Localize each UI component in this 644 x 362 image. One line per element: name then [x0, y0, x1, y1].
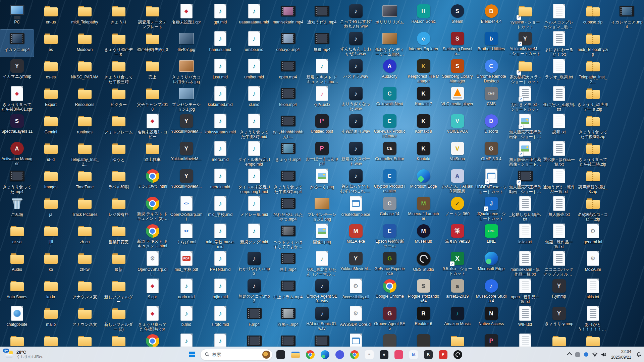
search-box[interactable]: 検索	[200, 349, 272, 360]
desktop-icon[interactable]: バスドラ.wav	[339, 57, 373, 84]
desktop-icon[interactable]: ↗家の防犯カメラ - ショートカット	[508, 57, 542, 84]
desktop-icon[interactable]: 営業日変更	[102, 222, 136, 249]
desktop-icon[interactable]: 名称未設定1 - コピー.zip	[576, 194, 610, 222]
desktop-icon[interactable]: ヘッドフォンはずしててよかった.mp4	[271, 222, 305, 249]
desktop-icon[interactable]: Auto Saves	[0, 277, 34, 304]
desktop-icon[interactable]: SSpectraLayers 11	[0, 112, 34, 139]
desktop-icon[interactable]: eInternet Explorer	[407, 29, 440, 57]
desktop-icon[interactable]	[542, 332, 576, 347]
desktop-icon[interactable]	[373, 332, 407, 347]
desktop-icon[interactable]: OBS Studio	[407, 249, 440, 277]
desktop-icon[interactable]	[271, 332, 305, 347]
desktop-icon[interactable]	[237, 332, 271, 347]
desktop-icon[interactable]	[474, 332, 508, 347]
desktop-icon[interactable]: bBrother Utilities	[474, 29, 508, 57]
desktop-icon[interactable]: 001_東北きりたん（ノーマル）_今じゃ...	[305, 249, 339, 277]
desktop-icon[interactable]: 答え知っててもむずいわこれ.wav	[339, 167, 373, 194]
desktop-icon[interactable]: GGeForce Experience	[373, 249, 407, 277]
desktop-icon[interactable]: Untitled.ppsf	[305, 112, 339, 139]
wifi-button[interactable]	[591, 348, 599, 361]
desktop-icon[interactable]: uaaaaaaaaa.mid	[237, 2, 271, 29]
volume-button[interactable]	[600, 348, 608, 361]
desktop-icon[interactable]: よりうざくなった.wav	[339, 84, 373, 112]
desktop-icon[interactable]: きょうり.ymmp	[542, 304, 576, 332]
desktop-icon[interactable]: Microsoft Edge	[407, 167, 440, 194]
desktop-icon[interactable]: ↗無人販売不正行為動画 - ショートカット	[508, 167, 542, 194]
desktop-icon[interactable]: OpenCvSharp.dll...	[136, 249, 169, 277]
file-explorer[interactable]	[289, 348, 302, 361]
start-button[interactable]	[185, 348, 199, 361]
desktop-icon[interactable]: BBlender 4.4	[474, 2, 508, 29]
desktop-icon[interactable]: 新しいフォルダー	[102, 277, 136, 304]
desktop-icon[interactable]: きょうり食ってた午後3時-01.cpr	[0, 84, 34, 112]
desktop-icon[interactable]: 無題のスコア.mp3	[237, 277, 271, 304]
desktop-icon[interactable]: 名称未設定1.cpr	[169, 2, 203, 29]
desktop-icon[interactable]: midi_Telepathy	[68, 2, 102, 29]
desktop-icon[interactable]: アナウンス夏	[68, 277, 102, 304]
desktop-icon[interactable]: ↗HDDFMT.exe - ショートカット	[474, 167, 508, 194]
desktop-icon[interactable]	[407, 332, 440, 347]
desktop-icon[interactable]: KKontakt	[407, 139, 440, 167]
desktop-icon[interactable]: mero.mid	[203, 139, 237, 167]
desktop-icon[interactable]: CMSCMS	[474, 84, 508, 112]
desktop-icon[interactable]: LINELINE	[474, 222, 508, 249]
desktop-icon[interactable]: 調声練習(失敗)_3.zip	[576, 167, 610, 194]
desktop-icon[interactable]: Gemini	[34, 112, 68, 139]
desktop-icon[interactable]: きょうり食ってた午後三時.zip	[576, 139, 610, 167]
desktop-icon[interactable]	[339, 332, 373, 347]
desktop-icon[interactable]: CChrome Remote Desktop	[474, 57, 508, 84]
desktop-icon[interactable]: イカマニ.ymmp	[0, 57, 34, 84]
desktop-icon[interactable]: ↗9.5.xlsx - ショートカット	[440, 249, 474, 277]
desktop-icon[interactable]: en-us	[34, 2, 68, 29]
desktop-icon[interactable]: sirofo.mid	[203, 304, 237, 332]
desktop-icon[interactable]: 筆筆まめ Ver.28	[440, 222, 474, 249]
desktop-icon[interactable]: RReaktor 6	[407, 304, 440, 332]
desktop-icon[interactable]: 無題.mp4	[305, 29, 339, 57]
desktop-icon[interactable]	[508, 332, 542, 347]
desktop-icon[interactable]: F.ymmp	[542, 277, 576, 304]
desktop-icon[interactable]: jijii	[34, 222, 68, 249]
desktop-icon[interactable]: 新規 テキスト ドキュメント (2).html	[136, 194, 169, 222]
desktop-icon[interactable]: Aかんたん！AITalk 3 関西風	[440, 167, 474, 194]
desktop-icon[interactable]: だれだFXいれたやつ.mp4	[271, 194, 305, 222]
desktop-icon[interactable]	[34, 332, 68, 347]
desktop-icon[interactable]: _起動しない場合.txt	[508, 194, 542, 222]
pinned-app-bt[interactable]: bt	[407, 348, 420, 361]
desktop-icon[interactable]: わかりやすい.mp3	[237, 249, 271, 277]
desktop-icon[interactable]: mid_学校.mid	[203, 194, 237, 222]
desktop-icon[interactable]: おっhhhhhhhhhhんh...	[271, 112, 305, 139]
desktop-icon[interactable]: KKeepforest File Manager	[407, 57, 440, 84]
desktop-icon[interactable]	[305, 332, 339, 347]
desktop-icon[interactable]: ✓ノートン 360	[440, 194, 474, 222]
desktop-icon[interactable]	[0, 332, 34, 347]
desktop-icon[interactable]: GGIMP 3.0.4	[474, 139, 508, 167]
desktop-icon[interactable]: きょうりバカコレ用サムネ.jpg	[169, 57, 203, 84]
desktop-icon[interactable]: SSteinberg Library Manager	[440, 57, 474, 84]
desktop-icon[interactable]: Microsoft Edge	[474, 249, 508, 277]
desktop-icon[interactable]: おーぼーまにあ.ppsf	[305, 139, 339, 167]
desktop-icon[interactable]: open.mp4	[271, 57, 305, 84]
desktop-icon[interactable]: ksks.txt	[508, 222, 542, 249]
desktop-icon[interactable]: ar-sa	[0, 222, 34, 249]
desktop-icon[interactable]: NKSC_PARAM	[68, 57, 102, 84]
desktop-icon[interactable]: midi_Telepathy.zip	[576, 29, 610, 57]
tray-app-icon-1[interactable]	[574, 348, 582, 361]
desktop-icon[interactable]: 画像1.png	[305, 222, 339, 249]
desktop-icon[interactable]: manisekarin - 親作品一覧.txt	[508, 249, 542, 277]
desktop-icon[interactable]: xl.mid	[237, 84, 271, 112]
desktop-icon[interactable]: J↗JQuake.exe - ショートカット	[474, 194, 508, 222]
desktop-icon[interactable]: HHALion Sonic	[407, 2, 440, 29]
desktop-icon[interactable]: malib	[34, 304, 68, 332]
desktop-icon[interactable]: 新規 テキスト ドキュメント.html	[136, 222, 169, 249]
desktop-icon[interactable]: ラベル印刷	[102, 167, 136, 194]
desktop-icon[interactable]: DDiscord	[474, 112, 508, 139]
desktop-icon[interactable]: hamusu.mid	[203, 29, 237, 57]
tray-app-icon-2[interactable]	[582, 348, 590, 361]
microsoft-edge[interactable]	[318, 348, 332, 361]
desktop-icon[interactable]: Export	[34, 84, 68, 112]
desktop-icon[interactable]: ♪Amazon Music	[440, 304, 474, 332]
desktop-icon[interactable]: Google Chrome	[373, 277, 407, 304]
desktop-icon[interactable]: chatgpt-site	[0, 304, 34, 332]
desktop-icon[interactable]: プレゼンテーション1.png	[305, 194, 339, 222]
desktop-icon[interactable]: ↗万引きメモ.txt - ショートカット	[508, 84, 542, 112]
